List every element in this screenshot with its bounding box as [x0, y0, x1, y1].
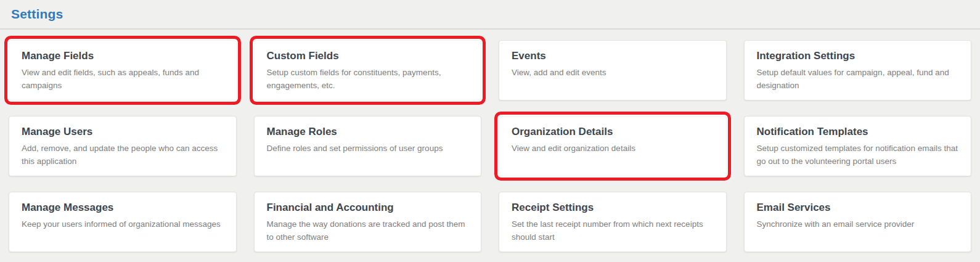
card-description: View and edit organization details [512, 142, 714, 155]
card-manage-roles[interactable]: Manage Roles Define roles and set permis… [254, 116, 482, 176]
card-events[interactable]: Events View, add and edit events [499, 40, 727, 100]
card-integration-settings[interactable]: Integration Settings Setup default value… [744, 40, 972, 100]
card-description: View and edit fields, such as appeals, f… [22, 67, 224, 92]
card-financial-and-accounting[interactable]: Financial and Accounting Manage the way … [254, 192, 482, 252]
card-manage-fields[interactable]: Manage Fields View and edit fields, such… [9, 40, 237, 100]
settings-grid: Manage Fields View and edit fields, such… [0, 30, 980, 252]
card-title: Organization Details [512, 126, 714, 138]
card-email-services[interactable]: Email Services Synchronize with an email… [744, 192, 972, 252]
card-title: Manage Users [22, 126, 224, 138]
card-title: Integration Settings [757, 50, 959, 62]
card-title: Email Services [757, 202, 959, 214]
card-title: Custom Fields [267, 50, 469, 62]
page-header: Settings [0, 0, 980, 30]
card-title: Receipt Settings [512, 202, 714, 214]
card-description: Setup default values for campaign, appea… [757, 67, 959, 92]
card-description: Keep your users informed of organization… [22, 218, 224, 231]
card-title: Events [512, 50, 714, 62]
card-title: Notification Templates [757, 126, 959, 138]
card-title: Manage Messages [22, 202, 224, 214]
card-custom-fields[interactable]: Custom Fields Setup custom fields for co… [254, 40, 482, 100]
card-notification-templates[interactable]: Notification Templates Setup customized … [744, 116, 972, 176]
page-title: Settings [11, 7, 969, 22]
card-manage-messages[interactable]: Manage Messages Keep your users informed… [9, 192, 237, 252]
card-description: Manage the way donations are tracked and… [267, 218, 469, 244]
card-description: Setup custom fields for constituents, pa… [267, 67, 469, 92]
card-description: Set the last receipt number from which n… [512, 218, 714, 244]
card-title: Manage Roles [267, 126, 469, 138]
card-description: Synchronize with an email service provid… [757, 218, 959, 231]
card-title: Manage Fields [22, 50, 224, 62]
card-description: View, add and edit events [512, 67, 714, 80]
card-title: Financial and Accounting [267, 202, 469, 214]
card-organization-details[interactable]: Organization Details View and edit organ… [499, 116, 727, 176]
card-manage-users[interactable]: Manage Users Add, remove, and update the… [9, 116, 237, 176]
card-description: Define roles and set permissions of user… [267, 142, 469, 155]
card-receipt-settings[interactable]: Receipt Settings Set the last receipt nu… [499, 192, 727, 252]
card-description: Setup customized templates for notificat… [757, 142, 959, 168]
card-description: Add, remove, and update the people who c… [22, 142, 224, 168]
